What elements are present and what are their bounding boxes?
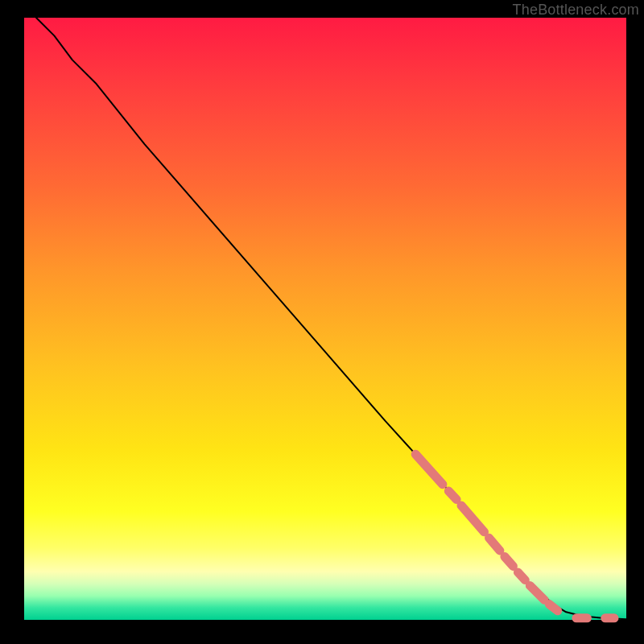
curve-layer [24, 18, 626, 620]
marker-dash [505, 557, 514, 567]
bottleneck-curve [36, 18, 626, 619]
marker-dash [489, 538, 500, 551]
marker-dash [461, 506, 485, 532]
marker-dash [549, 605, 557, 611]
marker-dash [448, 491, 456, 500]
plot-frame [24, 18, 626, 620]
marker-dash [530, 585, 544, 600]
marker-dashes [415, 454, 614, 618]
chart-stage: TheBottleneck.com [0, 0, 644, 644]
watermark-text: TheBottleneck.com [513, 2, 639, 19]
marker-dash [415, 454, 443, 484]
marker-dash [518, 572, 525, 580]
